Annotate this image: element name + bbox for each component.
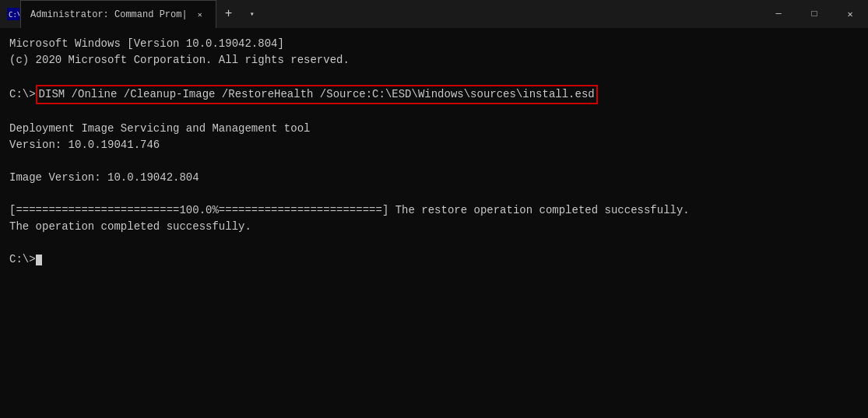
console-line-6: Deployment Image Servicing and Managemen… (9, 121, 859, 137)
console-line-10 (9, 186, 859, 202)
console-line-8 (9, 153, 859, 170)
console-line-3 (9, 68, 859, 85)
maximize-button[interactable]: □ (796, 0, 832, 28)
tab-close-button[interactable]: ✕ (194, 9, 206, 21)
prompt-prefix-2: C:\> (9, 251, 36, 268)
window: C:\ Administrator: Command Prom| ✕ + ▾ ─… (0, 0, 868, 418)
window-controls: ─ □ ✕ (761, 0, 868, 28)
prompt-prefix: C:\> (9, 86, 36, 103)
console-prompt-line: C:\> (9, 251, 859, 268)
cursor (36, 255, 42, 265)
console-line-5 (9, 104, 859, 121)
cmd-icon: C:\ (6, 7, 20, 21)
svg-text:C:\: C:\ (9, 11, 19, 19)
console-line-1: Microsoft Windows [Version 10.0.19042.80… (9, 36, 859, 52)
console-body[interactable]: Microsoft Windows [Version 10.0.19042.80… (0, 28, 868, 418)
console-command-line: C:\>DISM /Online /Cleanup-Image /Restore… (9, 85, 859, 104)
console-line-12: The operation completed successfully. (9, 219, 859, 235)
command-highlighted: DISM /Online /Cleanup-Image /RestoreHeal… (36, 85, 598, 104)
new-tab-button[interactable]: + (216, 0, 241, 28)
titlebar-left: C:\ (0, 7, 20, 21)
tab-title: Administrator: Command Prom| (30, 9, 188, 20)
tab-dropdown-button[interactable]: ▾ (241, 0, 263, 28)
console-line-2: (c) 2020 Microsoft Corporation. All righ… (9, 52, 859, 68)
close-button[interactable]: ✕ (832, 0, 868, 28)
active-tab[interactable]: Administrator: Command Prom| ✕ (20, 0, 216, 28)
tab-area: Administrator: Command Prom| ✕ + ▾ (20, 0, 761, 28)
console-line-13 (9, 235, 859, 251)
console-line-9: Image Version: 10.0.19042.804 (9, 170, 859, 186)
minimize-button[interactable]: ─ (761, 0, 796, 28)
console-line-7: Version: 10.0.19041.746 (9, 137, 859, 153)
console-line-11: [=========================100.0%========… (9, 202, 859, 219)
titlebar: C:\ Administrator: Command Prom| ✕ + ▾ ─… (0, 0, 868, 28)
